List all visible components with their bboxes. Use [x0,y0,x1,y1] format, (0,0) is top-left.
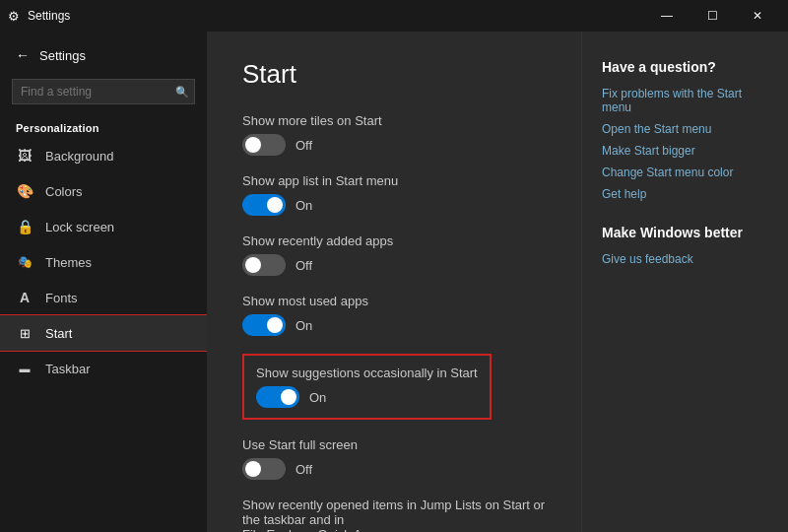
sidebar-back-button[interactable]: ← Settings [0,39,207,71]
toggle-most-used-knob [267,317,283,333]
sidebar-item-label: Fonts [45,291,78,305]
have-question-title: Have a question? [602,59,768,75]
title-bar-controls: — ☐ ✕ [644,0,780,32]
toggle-recently-added-row: Off [242,254,546,276]
setting-full-screen-label: Use Start full screen [242,437,546,452]
make-windows-title: Make Windows better [602,225,768,240]
toggle-app-list-state: On [296,198,312,213]
background-icon: 🖼 [16,147,33,165]
sidebar-search-container: 🔍 [12,79,195,104]
setting-app-list-label: Show app list in Start menu [242,173,546,188]
app-body: ← Settings 🔍 Personalization 🖼 Backgroun… [0,32,788,532]
setting-recently-added-label: Show recently added apps [242,233,546,248]
taskbar-icon: ▬ [16,360,33,377]
toggle-app-list[interactable] [242,194,286,216]
toggle-app-list-knob [267,197,283,213]
toggle-full-screen-row: Off [242,458,546,480]
sidebar-item-label: Taskbar [45,362,91,376]
link-feedback[interactable]: Give us feedback [602,252,768,266]
close-button[interactable]: ✕ [735,0,780,32]
toggle-more-tiles-state: Off [296,138,312,153]
setting-more-tiles: Show more tiles on Start Off [242,113,546,156]
search-icon: 🔍 [175,86,189,99]
toggle-most-used-state: On [296,318,312,333]
link-open-start[interactable]: Open the Start menu [602,122,768,136]
search-input[interactable] [12,79,195,104]
link-change-color[interactable]: Change Start menu color [602,166,768,179]
setting-full-screen: Use Start full screen Off [242,437,546,480]
sidebar-item-label: Themes [45,255,92,270]
toggle-full-screen-knob [245,461,261,477]
setting-recently-added: Show recently added apps Off [242,233,546,276]
toggle-recently-added-state: Off [296,258,312,273]
setting-more-tiles-label: Show more tiles on Start [242,113,546,128]
sidebar-item-colors[interactable]: 🎨 Colors [0,173,207,209]
sidebar-item-fonts[interactable]: A Fonts [0,280,207,315]
toggle-more-tiles[interactable] [242,134,286,156]
toggle-most-used[interactable] [242,314,286,336]
link-fix-problems[interactable]: Fix problems with the Start menu [602,87,768,114]
sidebar-item-label: Start [45,326,72,341]
sidebar-back-label: Settings [39,48,86,63]
sidebar-item-lockscreen[interactable]: 🔒 Lock screen [0,209,207,244]
title-bar-title: Settings [28,9,70,23]
toggle-suggestions-state: On [309,390,326,405]
themes-icon: 🎭 [16,253,33,271]
link-make-bigger[interactable]: Make Start bigger [602,144,768,158]
setting-most-used: Show most used apps On [242,294,546,336]
toggle-more-tiles-row: Off [242,134,546,156]
toggle-full-screen-state: Off [296,462,312,477]
title-bar: ⚙ Settings — ☐ ✕ [0,0,788,32]
make-windows-section: Make Windows better Give us feedback [602,225,768,266]
setting-most-used-label: Show most used apps [242,294,546,308]
settings-icon: ⚙ [8,9,20,24]
start-icon: ⊞ [16,324,33,342]
toggle-app-list-row: On [242,194,546,216]
lock-icon: 🔒 [16,218,33,235]
sidebar-item-label: Background [45,149,113,164]
setting-jump-lists-label: Show recently opened items in Jump Lists… [242,498,546,532]
main-content: Start Show more tiles on Start Off Show … [207,32,581,532]
sidebar-section-label: Personalization [0,112,207,138]
toggle-recently-added-knob [245,257,261,273]
toggle-suggestions-row: On [256,386,478,408]
sidebar-item-label: Colors [45,184,83,199]
sidebar-item-start[interactable]: ⊞ Start [0,315,207,351]
right-panel: Have a question? Fix problems with the S… [581,32,788,532]
back-icon: ← [16,47,30,63]
fonts-icon: A [16,289,33,306]
setting-suggestions-highlighted: Show suggestions occasionally in Start O… [242,354,492,420]
toggle-more-tiles-knob [245,137,261,153]
toggle-recently-added[interactable] [242,254,286,276]
sidebar: ← Settings 🔍 Personalization 🖼 Backgroun… [0,32,207,532]
page-title: Start [242,59,546,90]
sidebar-item-taskbar[interactable]: ▬ Taskbar [0,351,207,386]
colors-icon: 🎨 [16,182,33,200]
setting-suggestions-label: Show suggestions occasionally in Start [256,366,478,380]
setting-app-list: Show app list in Start menu On [242,173,546,216]
toggle-full-screen[interactable] [242,458,286,480]
title-bar-left: ⚙ Settings [8,9,70,24]
minimize-button[interactable]: — [644,0,690,32]
sidebar-item-themes[interactable]: 🎭 Themes [0,244,207,280]
toggle-suggestions-knob [281,389,296,405]
sidebar-item-background[interactable]: 🖼 Background [0,138,207,173]
link-get-help[interactable]: Get help [602,187,768,201]
setting-jump-lists: Show recently opened items in Jump Lists… [242,498,546,532]
toggle-most-used-row: On [242,314,546,336]
maximize-button[interactable]: ☐ [690,0,735,32]
toggle-suggestions[interactable] [256,386,299,408]
sidebar-item-label: Lock screen [45,220,114,234]
